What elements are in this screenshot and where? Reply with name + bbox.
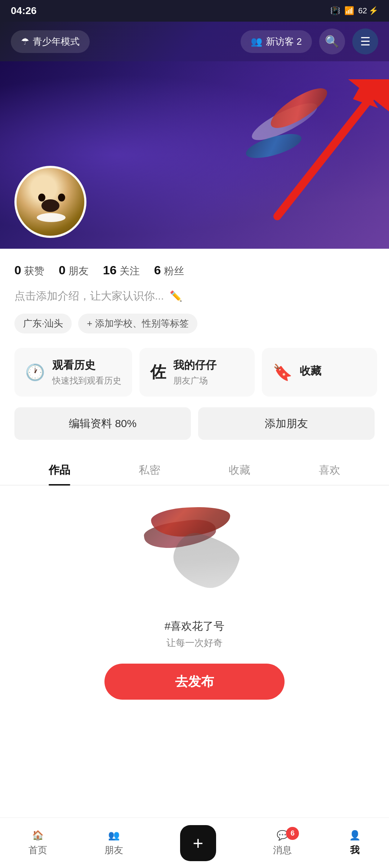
home-icon: 🏠	[32, 830, 44, 841]
friends-label: 朋友	[68, 264, 89, 278]
menu-button[interactable]: ☰	[352, 28, 378, 54]
fans-stat[interactable]: 6 粉丝	[154, 263, 184, 278]
svg-marker-2	[353, 83, 378, 108]
tab-private-label: 私密	[139, 464, 160, 476]
tab-likes-label: 喜欢	[319, 464, 340, 476]
my-buddy-title: 我的仔仔	[173, 358, 216, 373]
tags-row: 广东·汕头 + 添加学校、性别等标签	[14, 314, 375, 333]
youth-mode-label: 青少年模式	[33, 35, 80, 48]
tab-private[interactable]: 私密	[104, 454, 194, 485]
nav-home[interactable]: 🏠 首页	[28, 830, 47, 856]
buddy-icon: 佐	[150, 362, 166, 383]
content-area: #喜欢花了号 让每一次好奇 去发布	[0, 486, 389, 757]
following-label: 关注	[120, 264, 140, 278]
bio-text: 点击添加介绍，让大家认识你...	[14, 289, 164, 304]
artwork-container	[14, 500, 375, 608]
likes-count: 0	[14, 263, 21, 277]
bottom-nav: 🏠 首页 👥 朋友 + 💬 消息 6 👤 我	[0, 818, 389, 868]
watch-history-title: 观看历史	[52, 358, 121, 373]
friends-icon: 👥	[108, 830, 120, 841]
tab-works-label: 作品	[49, 464, 70, 476]
visitors-button[interactable]: 👥 新访客 2	[241, 30, 312, 53]
visitors-icon: 👥	[251, 36, 262, 47]
tab-works[interactable]: 作品	[14, 454, 104, 485]
friends-label: 朋友	[104, 844, 123, 856]
dog-eye-left	[38, 194, 45, 201]
message-badge: 6	[286, 827, 299, 840]
add-tag-label: + 添加学校、性别等标签	[87, 317, 188, 330]
friends-stat: 0 朋友	[59, 263, 89, 278]
tabs-row: 作品 私密 收藏 喜欢	[0, 454, 389, 486]
action-buttons: 编辑资料 80% 添加朋友	[14, 407, 375, 440]
status-time: 04:26	[11, 5, 37, 17]
artwork-image	[137, 500, 252, 608]
likes-label: 获赞	[24, 264, 44, 278]
sub-text: 让每一次好奇	[166, 637, 223, 649]
nav-me[interactable]: 👤 我	[349, 830, 361, 856]
watch-history-card[interactable]: 🕐 观看历史 快速找到观看历史	[14, 348, 132, 397]
menu-icon: ☰	[360, 35, 371, 48]
tab-favorites-label: 收藏	[229, 464, 250, 476]
feature-cards: 🕐 观看历史 快速找到观看历史 佐 我的仔仔 朋友广场 🔖 收藏	[0, 348, 389, 397]
battery-icon: ⚡	[368, 6, 378, 15]
watch-history-subtitle: 快速找到观看历史	[52, 375, 121, 386]
following-count: 16	[103, 263, 117, 277]
umbrella-icon: ☂	[21, 36, 29, 47]
bookmark-icon: 🔖	[273, 363, 292, 382]
publish-button[interactable]: 去发布	[104, 664, 285, 700]
brush-red	[269, 81, 329, 136]
me-icon: 👤	[349, 830, 361, 841]
battery-level: 62	[358, 6, 367, 15]
bookmark-text: 收藏	[300, 364, 321, 381]
my-buddy-subtitle: 朋友广场	[173, 375, 216, 386]
nav-friends[interactable]: 👥 朋友	[104, 830, 123, 856]
vibrate-icon: 📳	[330, 6, 340, 15]
dog-eye-right	[58, 194, 65, 201]
tab-favorites[interactable]: 收藏	[194, 454, 285, 485]
publish-btn-container: 去发布	[14, 664, 375, 700]
bookmark-title: 收藏	[300, 364, 321, 378]
hashtag-text: #喜欢花了号	[165, 619, 225, 634]
messages-label: 消息	[273, 844, 292, 856]
search-button[interactable]: 🔍	[319, 28, 345, 54]
avatar[interactable]	[14, 166, 86, 238]
dog-nose	[41, 199, 59, 212]
battery-box: 62 ⚡	[358, 6, 378, 15]
nav-right: 👥 新访客 2 🔍 ☰	[241, 28, 378, 54]
tab-likes[interactable]: 喜欢	[285, 454, 375, 485]
nav-create-button[interactable]: +	[180, 825, 216, 861]
friends-count: 0	[59, 263, 66, 277]
visitors-label: 新访客 2	[266, 35, 302, 48]
fans-label: 粉丝	[164, 264, 184, 278]
edit-bio-icon[interactable]: ✏️	[170, 290, 182, 302]
profile-section: 0 获赞 0 朋友 16 关注 6 粉丝 点击添加介绍，让大家认识你... ✏️…	[0, 249, 389, 486]
top-nav: ☂ 青少年模式 👥 新访客 2 🔍 ☰	[0, 22, 389, 61]
plus-icon: +	[193, 833, 203, 854]
status-icons: 📳 📶 62 ⚡	[330, 6, 378, 15]
watch-history-text: 观看历史 快速找到观看历史	[52, 358, 121, 386]
clock-icon: 🕐	[25, 363, 45, 382]
my-buddy-card[interactable]: 佐 我的仔仔 朋友广场	[139, 348, 255, 397]
following-stat[interactable]: 16 关注	[103, 263, 140, 278]
wifi-icon: 📶	[344, 6, 354, 15]
location-tag[interactable]: 广东·汕头	[14, 314, 72, 333]
edit-profile-button[interactable]: 编辑资料 80%	[14, 407, 191, 440]
home-label: 首页	[28, 844, 47, 856]
bio-row[interactable]: 点击添加介绍，让大家认识你... ✏️	[14, 289, 375, 304]
me-label: 我	[350, 844, 359, 856]
add-friend-button[interactable]: 添加朋友	[198, 407, 375, 440]
nav-messages[interactable]: 💬 消息 6	[273, 830, 292, 856]
likes-stat: 0 获赞	[14, 263, 44, 278]
add-tag-button[interactable]: + 添加学校、性别等标签	[78, 314, 197, 333]
my-buddy-text: 我的仔仔 朋友广场	[173, 358, 216, 386]
search-icon: 🔍	[325, 35, 339, 48]
hero-banner	[0, 61, 389, 249]
status-bar: 04:26 📳 📶 62 ⚡	[0, 0, 389, 22]
stats-row: 0 获赞 0 朋友 16 关注 6 粉丝	[14, 263, 375, 278]
fans-count: 6	[154, 263, 161, 277]
brush-decoration	[238, 90, 353, 191]
dog-snow	[37, 213, 66, 222]
bookmark-card[interactable]: 🔖 收藏	[262, 348, 377, 397]
youth-mode-button[interactable]: ☂ 青少年模式	[11, 30, 90, 53]
avatar-image	[17, 168, 84, 236]
